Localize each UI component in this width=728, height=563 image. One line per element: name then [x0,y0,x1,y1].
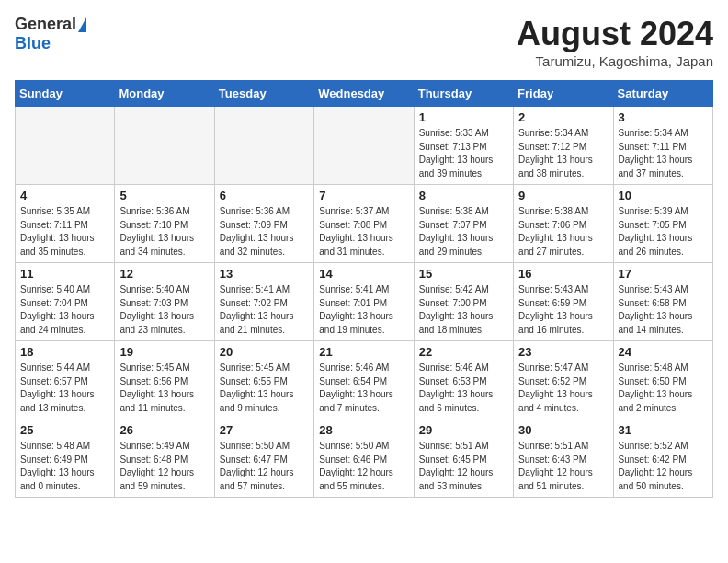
day-number: 4 [20,189,109,202]
day-detail: Sunrise: 5:36 AMSunset: 7:09 PMDaylight:… [220,205,309,259]
calendar-cell: 9Sunrise: 5:38 AMSunset: 7:06 PMDaylight… [514,185,613,263]
day-detail: Sunrise: 5:36 AMSunset: 7:10 PMDaylight:… [119,205,209,259]
main-title: August 2024 [517,15,713,53]
day-number: 16 [518,267,608,281]
day-number: 19 [119,345,209,359]
day-number: 5 [119,189,209,202]
calendar-cell [314,107,414,185]
day-number: 27 [220,423,309,437]
calendar-cell: 15Sunrise: 5:42 AMSunset: 7:00 PMDayligh… [414,263,513,341]
calendar: SundayMondayTuesdayWednesdayThursdayFrid… [15,80,713,498]
day-number: 24 [619,345,708,359]
day-detail: Sunrise: 5:45 AMSunset: 6:56 PMDaylight:… [119,362,209,415]
day-number: 20 [220,345,309,359]
calendar-cell: 13Sunrise: 5:41 AMSunset: 7:02 PMDayligh… [214,263,313,341]
calendar-cell: 30Sunrise: 5:51 AMSunset: 6:43 PMDayligh… [514,419,613,498]
day-number: 14 [319,267,408,281]
day-detail: Sunrise: 5:33 AMSunset: 7:13 PMDaylight:… [419,127,508,180]
day-detail: Sunrise: 5:47 AMSunset: 6:52 PMDaylight:… [518,362,608,415]
logo-triangle-icon [78,17,86,32]
calendar-cell: 16Sunrise: 5:43 AMSunset: 6:59 PMDayligh… [514,263,613,341]
weekday-header-monday: Monday [115,81,214,107]
day-number: 9 [518,189,608,202]
calendar-cell: 14Sunrise: 5:41 AMSunset: 7:01 PMDayligh… [314,263,414,341]
day-detail: Sunrise: 5:38 AMSunset: 7:07 PMDaylight:… [419,205,508,259]
day-detail: Sunrise: 5:41 AMSunset: 7:02 PMDaylight:… [220,283,309,337]
day-detail: Sunrise: 5:42 AMSunset: 7:00 PMDaylight:… [419,283,508,337]
day-detail: Sunrise: 5:46 AMSunset: 6:53 PMDaylight:… [419,362,508,415]
day-number: 22 [419,345,508,359]
calendar-cell: 4Sunrise: 5:35 AMSunset: 7:11 PMDaylight… [16,185,115,263]
logo-general-text: General [15,15,76,34]
week-row-4: 25Sunrise: 5:48 AMSunset: 6:49 PMDayligh… [16,419,713,498]
day-detail: Sunrise: 5:39 AMSunset: 7:05 PMDaylight:… [619,205,708,259]
day-number: 31 [619,423,708,437]
week-row-0: 1Sunrise: 5:33 AMSunset: 7:13 PMDaylight… [16,107,713,185]
day-number: 15 [419,267,508,281]
calendar-cell: 19Sunrise: 5:45 AMSunset: 6:56 PMDayligh… [115,341,214,419]
week-row-3: 18Sunrise: 5:44 AMSunset: 6:57 PMDayligh… [16,341,713,419]
subtitle: Tarumizu, Kagoshima, Japan [517,53,713,69]
logo: General Blue [15,15,86,53]
day-detail: Sunrise: 5:49 AMSunset: 6:48 PMDaylight:… [119,440,209,493]
weekday-header-thursday: Thursday [414,81,513,107]
day-number: 8 [419,189,508,202]
day-detail: Sunrise: 5:51 AMSunset: 6:45 PMDaylight:… [419,440,508,493]
day-detail: Sunrise: 5:50 AMSunset: 6:46 PMDaylight:… [319,440,408,493]
day-detail: Sunrise: 5:48 AMSunset: 6:50 PMDaylight:… [619,362,708,415]
weekday-header-saturday: Saturday [613,81,712,107]
day-number: 21 [319,345,408,359]
calendar-cell: 6Sunrise: 5:36 AMSunset: 7:09 PMDaylight… [214,185,313,263]
calendar-cell: 20Sunrise: 5:45 AMSunset: 6:55 PMDayligh… [214,341,313,419]
weekday-header-row: SundayMondayTuesdayWednesdayThursdayFrid… [16,81,713,107]
calendar-cell: 25Sunrise: 5:48 AMSunset: 6:49 PMDayligh… [16,419,115,498]
calendar-cell: 18Sunrise: 5:44 AMSunset: 6:57 PMDayligh… [16,341,115,419]
day-number: 17 [619,267,708,281]
day-detail: Sunrise: 5:48 AMSunset: 6:49 PMDaylight:… [20,440,109,493]
day-detail: Sunrise: 5:38 AMSunset: 7:06 PMDaylight:… [518,205,608,259]
day-detail: Sunrise: 5:34 AMSunset: 7:11 PMDaylight:… [619,127,708,180]
day-number: 26 [119,423,209,437]
calendar-cell: 12Sunrise: 5:40 AMSunset: 7:03 PMDayligh… [115,263,214,341]
day-number: 29 [419,423,508,437]
day-detail: Sunrise: 5:43 AMSunset: 6:59 PMDaylight:… [518,283,608,337]
weekday-header-sunday: Sunday [16,81,115,107]
day-detail: Sunrise: 5:40 AMSunset: 7:04 PMDaylight:… [20,283,109,337]
header: General Blue August 2024 Tarumizu, Kagos… [15,15,713,69]
weekday-header-wednesday: Wednesday [314,81,414,107]
day-detail: Sunrise: 5:34 AMSunset: 7:12 PMDaylight:… [518,127,608,180]
day-number: 1 [419,110,508,124]
calendar-cell: 21Sunrise: 5:46 AMSunset: 6:54 PMDayligh… [314,341,414,419]
calendar-cell: 8Sunrise: 5:38 AMSunset: 7:07 PMDaylight… [414,185,513,263]
title-area: August 2024 Tarumizu, Kagoshima, Japan [517,15,713,69]
day-number: 12 [119,267,209,281]
day-number: 30 [518,423,608,437]
day-detail: Sunrise: 5:35 AMSunset: 7:11 PMDaylight:… [20,205,109,259]
calendar-cell: 2Sunrise: 5:34 AMSunset: 7:12 PMDaylight… [514,107,613,185]
calendar-cell [16,107,115,185]
day-detail: Sunrise: 5:46 AMSunset: 6:54 PMDaylight:… [319,362,408,415]
day-number: 3 [619,110,708,124]
day-detail: Sunrise: 5:43 AMSunset: 6:58 PMDaylight:… [619,283,708,337]
calendar-cell: 1Sunrise: 5:33 AMSunset: 7:13 PMDaylight… [414,107,513,185]
day-detail: Sunrise: 5:51 AMSunset: 6:43 PMDaylight:… [518,440,608,493]
day-number: 25 [20,423,109,437]
calendar-cell: 3Sunrise: 5:34 AMSunset: 7:11 PMDaylight… [613,107,712,185]
calendar-cell: 17Sunrise: 5:43 AMSunset: 6:58 PMDayligh… [613,263,712,341]
day-number: 13 [220,267,309,281]
day-number: 28 [319,423,408,437]
day-number: 6 [220,189,309,202]
calendar-cell: 28Sunrise: 5:50 AMSunset: 6:46 PMDayligh… [314,419,414,498]
day-number: 11 [20,267,109,281]
calendar-cell [115,107,214,185]
day-number: 18 [20,345,109,359]
day-number: 10 [619,189,708,202]
day-detail: Sunrise: 5:44 AMSunset: 6:57 PMDaylight:… [20,362,109,415]
logo-blue-text: Blue [15,34,51,53]
calendar-cell: 29Sunrise: 5:51 AMSunset: 6:45 PMDayligh… [414,419,513,498]
day-detail: Sunrise: 5:37 AMSunset: 7:08 PMDaylight:… [319,205,408,259]
calendar-cell: 22Sunrise: 5:46 AMSunset: 6:53 PMDayligh… [414,341,513,419]
day-detail: Sunrise: 5:45 AMSunset: 6:55 PMDaylight:… [220,362,309,415]
week-row-1: 4Sunrise: 5:35 AMSunset: 7:11 PMDaylight… [16,185,713,263]
calendar-cell [214,107,313,185]
